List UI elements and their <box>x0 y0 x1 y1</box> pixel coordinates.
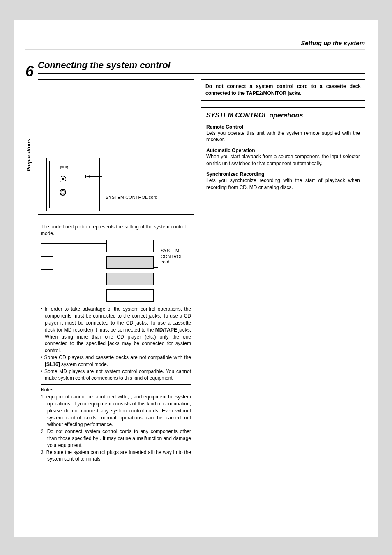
left-column: [SL16] SYSTEM CONTROL cord The underline… <box>38 79 194 465</box>
leader-line <box>41 243 53 244</box>
device-outer: [SL16] <box>46 158 100 211</box>
ops-body: Lets you operate this unit with the syst… <box>206 130 360 144</box>
plug-icon <box>71 175 100 178</box>
diagram-box <box>106 289 154 302</box>
note-item: 1. equipment cannot be combined with , ,… <box>41 394 191 428</box>
ops-heading: SYSTEM CONTROL operations <box>206 112 360 119</box>
bullet-list: • In order to take advantage of the syst… <box>41 306 191 382</box>
divider <box>41 384 191 385</box>
bullet-item: • Some MD players are not system control… <box>41 368 191 382</box>
jack-icon <box>60 176 66 182</box>
cord-label: SYSTEM CONTROL cord <box>106 195 157 200</box>
leader-line <box>41 256 53 257</box>
bullet-item: • Some CD players and cassette decks are… <box>41 354 191 368</box>
diagram-box <box>106 256 154 269</box>
note-item: 3. Be sure the system control plugs are … <box>41 449 191 463</box>
page-number: 6 <box>25 63 34 80</box>
ops-body: Lets you synchronize recording with the … <box>206 177 360 191</box>
warning-text: Do not connect a system control cord to … <box>205 83 361 97</box>
ops-subheading: Synchronized Recording <box>206 171 360 177</box>
connector-line <box>106 243 106 246</box>
page-container: Setting up the system 6 Connecting the s… <box>14 20 378 537</box>
page-title: Connecting the system control <box>38 60 171 71</box>
leader-line <box>41 269 53 270</box>
notes-heading: Notes <box>41 387 191 393</box>
ops-subheading: Remote Control <box>206 124 360 130</box>
diagram-box <box>106 273 154 285</box>
diagram-box <box>106 240 154 252</box>
note-item: 2. Do not connect system control cords t… <box>41 428 191 449</box>
ops-body: When you start playback from a source co… <box>206 153 360 167</box>
ops-subheading: Automatic Operation <box>206 147 360 153</box>
sl16-label: [SL16] <box>60 166 68 169</box>
section-label: Preparations <box>25 139 32 171</box>
jack-icon <box>60 189 66 196</box>
breadcrumb: Setting up the system <box>301 39 365 46</box>
system-control-ops-box: SYSTEM CONTROL operations Remote Control… <box>201 107 365 196</box>
notes-list: 1. equipment cannot be combined with , ,… <box>41 394 191 463</box>
warning-box: Do not connect a system control cord to … <box>201 79 365 101</box>
figure-device: [SL16] SYSTEM CONTROL cord <box>38 79 194 215</box>
block-diagram: SYSTEM CONTROL cord <box>41 240 191 302</box>
right-column: Do not connect a system control cord to … <box>201 79 365 195</box>
bracket <box>154 246 158 268</box>
title-underline <box>38 73 365 74</box>
diagram-cord-label: SYSTEM CONTROL cord <box>161 248 189 265</box>
figure-description: The underlined portion represents the se… <box>41 223 191 237</box>
device-inner: [SL16] <box>49 161 97 208</box>
bullet-item: • In order to take advantage of the syst… <box>41 306 191 354</box>
breadcrumb-divider <box>25 49 365 50</box>
figure-caption-box: The underlined portion represents the se… <box>38 221 194 465</box>
connector-line <box>53 243 106 244</box>
